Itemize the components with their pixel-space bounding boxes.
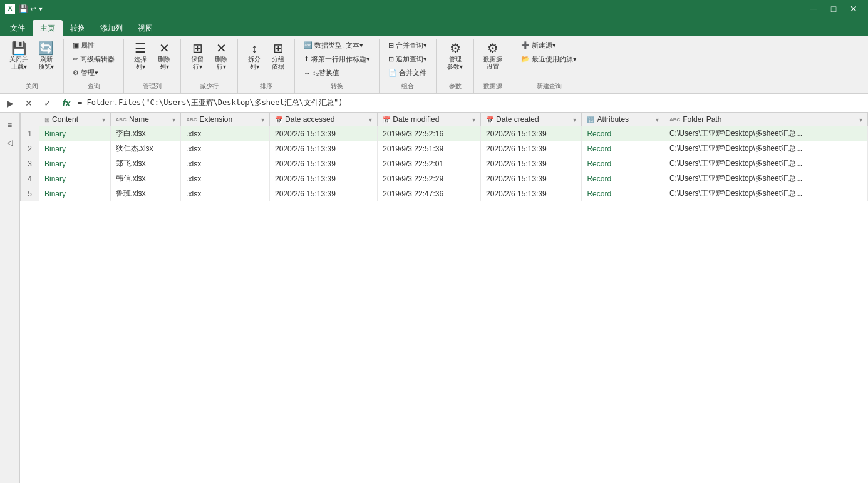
cell-attributes[interactable]: Record [582, 186, 664, 201]
formula-bar: ▶ ✕ ✓ fx [0, 94, 868, 113]
ribbon-group-datasource: ⚙ 数据源设置 数据源 [474, 39, 512, 93]
col-date-created[interactable]: 📅 Date created ▾ [480, 113, 581, 126]
close-load-button[interactable]: 💾 关闭并上载▾ [5, 39, 33, 74]
col-date-accessed[interactable]: 📅 Date accessed ▾ [270, 113, 378, 126]
ribbon-group-reduce-rows: ⊞ 保留行▾ ✕ 删除行▾ 减少行 [181, 39, 238, 93]
formula-input[interactable] [78, 96, 865, 110]
tab-add-column[interactable]: 添加列 [93, 20, 130, 36]
merge-icon: ⊞ [388, 41, 394, 49]
recent-sources-button[interactable]: 📂 最近使用的源▾ [517, 53, 581, 66]
cell-date-modified: 2019/9/3 22:52:01 [378, 156, 481, 171]
row-number: 1 [21, 126, 39, 141]
group-label-query: 查询 [69, 81, 118, 93]
side-btn-1[interactable]: ≡ [3, 118, 18, 133]
advanced-editor-icon: ✏ [73, 55, 78, 63]
replace-values-button[interactable]: ↔ ↕₂替换值 [300, 66, 374, 79]
group-by-button[interactable]: ⊞ 分组依据 [267, 39, 289, 74]
manage-params-button[interactable]: ⚙ 管理参数▾ [443, 39, 467, 74]
col-folder-path[interactable]: ABC Folder Path ▾ [664, 113, 867, 126]
side-panel: ≡ ◁ [0, 113, 20, 483]
table-row[interactable]: 4 Binary 韩信.xlsx .xlsx 2020/2/6 15:13:39… [21, 171, 868, 186]
app-icon: X [5, 4, 15, 14]
close-button[interactable]: ✕ [844, 3, 863, 15]
cell-date-accessed: 2020/2/6 15:13:39 [270, 186, 378, 201]
merge-files-icon: 📄 [388, 69, 397, 77]
side-btn-2[interactable]: ◁ [3, 135, 18, 150]
group-label-datasource: 数据源 [479, 81, 507, 93]
cancel-formula-button[interactable]: ✕ [21, 96, 36, 111]
cell-date-created: 2020/2/6 15:13:39 [480, 156, 581, 171]
row-number: 2 [21, 141, 39, 156]
col-date-modified[interactable]: 📅 Date modified ▾ [378, 113, 481, 126]
keep-rows-icon: ⊞ [192, 42, 203, 54]
cell-name: 韩信.xlsx [110, 171, 181, 186]
first-row-header-button[interactable]: ⬆ 将第一行用作标题▾ [300, 53, 374, 66]
select-columns-icon: ☰ [135, 42, 146, 54]
cell-attributes[interactable]: Record [582, 126, 664, 141]
remove-columns-button[interactable]: ✕ 删除列▾ [153, 39, 175, 74]
data-area[interactable]: ⊞ Content ▾ ABC Name ▾ [20, 113, 868, 483]
col-content[interactable]: ⊞ Content ▾ [39, 113, 111, 126]
nav-back-button[interactable]: ▶ [3, 96, 18, 111]
cell-name: 狄仁杰.xlsx [110, 141, 181, 156]
new-source-button[interactable]: ➕ 新建源▾ [517, 39, 581, 52]
fx-button[interactable]: fx [59, 96, 74, 111]
advanced-editor-button[interactable]: ✏ 高级编辑器 [69, 53, 118, 66]
tab-transform[interactable]: 转换 [63, 20, 93, 36]
tab-file[interactable]: 文件 [3, 20, 33, 36]
cell-content[interactable]: Binary [39, 141, 111, 156]
group-label-transform: 转换 [300, 81, 374, 93]
row-number: 3 [21, 156, 39, 171]
datasource-settings-button[interactable]: ⚙ 数据源设置 [479, 39, 507, 74]
cell-content[interactable]: Binary [39, 186, 111, 201]
col-attributes[interactable]: 🔢 Attributes ▾ [582, 113, 664, 126]
cell-content[interactable]: Binary [39, 171, 111, 186]
params-icon: ⚙ [450, 42, 461, 54]
table-row[interactable]: 2 Binary 狄仁杰.xlsx .xlsx 2020/2/6 15:13:3… [21, 141, 868, 156]
cell-attributes[interactable]: Record [582, 156, 664, 171]
cell-name: 李白.xlsx [110, 126, 181, 141]
data-type-button[interactable]: 🔤 数据类型: 文本▾ [300, 39, 374, 52]
select-columns-button[interactable]: ☰ 选择列▾ [129, 39, 152, 74]
tab-home[interactable]: 主页 [33, 20, 63, 36]
table-row[interactable]: 5 Binary 鲁班.xlsx .xlsx 2020/2/6 15:13:39… [21, 186, 868, 201]
cell-extension: .xlsx [181, 126, 270, 141]
table-row[interactable]: 3 Binary 郑飞.xlsx .xlsx 2020/2/6 15:13:39… [21, 156, 868, 171]
cell-date-modified: 2019/9/3 22:52:16 [378, 126, 481, 141]
cell-folder-path: C:\Users\王亚辉\Desktop\多sheet汇总... [664, 126, 867, 141]
close-load-icon: 💾 [11, 42, 27, 54]
tab-view[interactable]: 视图 [130, 20, 160, 36]
col-extension[interactable]: ABC Extension ▾ [181, 113, 270, 126]
cell-attributes[interactable]: Record [582, 171, 664, 186]
ribbon-group-combine: ⊞ 合并查询▾ ⊞ 追加查询▾ 📄 合并文件 组合 [380, 39, 437, 93]
cell-content[interactable]: Binary [39, 156, 111, 171]
group-label-manage-cols: 管理列 [129, 81, 175, 93]
recent-sources-icon: 📂 [521, 55, 530, 63]
cell-folder-path: C:\Users\王亚辉\Desktop\多sheet汇总... [664, 141, 867, 156]
remove-rows-button[interactable]: ✕ 删除行▾ [210, 39, 232, 74]
ribbon-tabs: 文件 主页 转换 添加列 视图 [0, 18, 868, 36]
cell-date-created: 2020/2/6 15:13:39 [480, 171, 581, 186]
split-column-button[interactable]: ↕ 拆分列▾ [243, 39, 266, 74]
merge-queries-button[interactable]: ⊞ 合并查询▾ [385, 39, 431, 52]
refresh-icon: 🔄 [38, 42, 54, 54]
col-name[interactable]: ABC Name ▾ [110, 113, 181, 126]
manage-button[interactable]: ⚙ 管理▾ [69, 66, 118, 79]
merge-files-button[interactable]: 📄 合并文件 [385, 66, 431, 79]
properties-button[interactable]: ▣ 属性 [69, 39, 118, 52]
minimize-button[interactable]: ─ [804, 3, 823, 15]
manage-icon: ⚙ [73, 69, 79, 77]
group-label-sort: 排序 [243, 81, 289, 93]
maximize-button[interactable]: □ [824, 3, 843, 15]
group-label-close: 关闭 [5, 81, 58, 93]
cell-attributes[interactable]: Record [582, 141, 664, 156]
refresh-preview-button[interactable]: 🔄 刷新预览▾ [34, 39, 58, 74]
cell-content[interactable]: Binary [39, 126, 111, 141]
confirm-formula-button[interactable]: ✓ [40, 96, 55, 111]
cell-extension: .xlsx [181, 141, 270, 156]
ribbon-group-params: ⚙ 管理参数▾ 参数 [437, 39, 474, 93]
keep-rows-button[interactable]: ⊞ 保留行▾ [186, 39, 209, 74]
main-area: ≡ ◁ ⊞ Content ▾ ABC [0, 113, 868, 483]
table-row[interactable]: 1 Binary 李白.xlsx .xlsx 2020/2/6 15:13:39… [21, 126, 868, 141]
append-queries-button[interactable]: ⊞ 追加查询▾ [385, 53, 431, 66]
